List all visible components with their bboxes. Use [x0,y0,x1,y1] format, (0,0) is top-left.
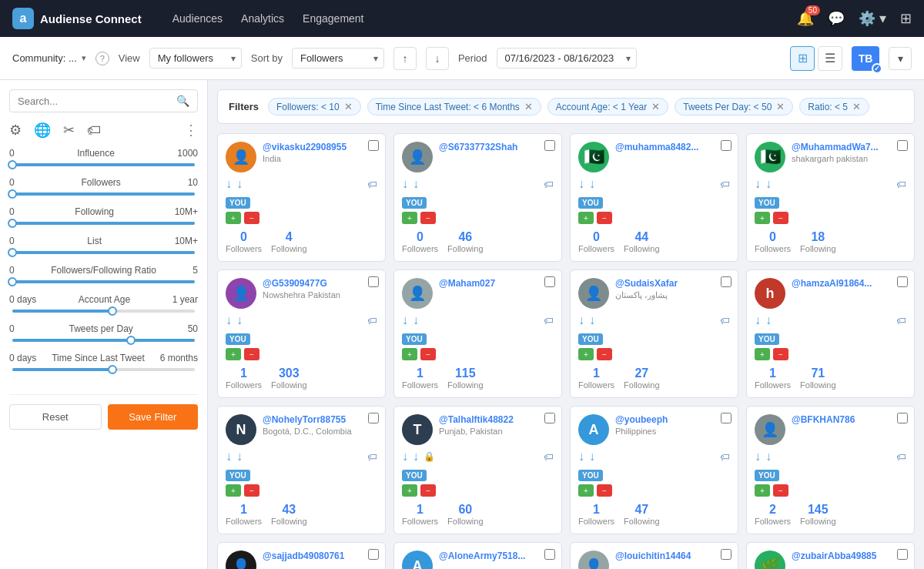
sort-asc-button[interactable]: ↑ [393,47,417,70]
unfollow-icon-6[interactable]: ↓ [589,313,595,327]
follow-icon-5[interactable]: ↓ [402,313,408,327]
card-username-14[interactable]: @louichitin14464 [615,551,730,561]
card-checkbox-4[interactable] [368,276,379,287]
period-select[interactable]: 07/16/2023 - 08/16/2023 [497,48,637,69]
follow-icon-11[interactable]: ↓ [755,450,761,464]
slider-track-1[interactable] [12,192,195,196]
follow-icon-3[interactable]: ↓ [755,177,761,191]
minus-button-0[interactable]: − [244,212,259,224]
card-checkbox-12[interactable] [368,549,379,560]
card-username-2[interactable]: @muhamma8482... [615,142,730,152]
minus-button-3[interactable]: − [773,212,788,224]
reset-button[interactable]: Reset [9,404,102,430]
slider-thumb-3[interactable] [8,248,17,257]
minus-button-9[interactable]: − [420,484,436,497]
search-input[interactable] [18,95,172,107]
unfollow-icon-1[interactable]: ↓ [413,177,419,191]
chip-remove-3[interactable]: ✕ [776,101,785,112]
info-icon[interactable]: ? [95,52,109,65]
card-checkbox-5[interactable] [544,276,555,287]
nav-audiences[interactable]: Audiences [172,12,223,25]
card-checkbox-6[interactable] [721,276,732,287]
card-checkbox-2[interactable] [721,140,732,151]
follow-icon-9[interactable]: ↓ [402,450,408,464]
plus-button-3[interactable]: + [755,212,770,224]
tb-button[interactable]: TB ✓ [852,46,879,71]
card-checkbox-11[interactable] [897,413,908,423]
globe-icon[interactable]: 🌐 [34,122,51,139]
chip-remove-4[interactable]: ✕ [852,101,861,112]
card-checkbox-1[interactable] [544,140,555,151]
card-username-8[interactable]: @NohelyTorr88755 [263,414,377,425]
card-username-9[interactable]: @Talhalftik48822 [439,414,554,425]
minus-button-6[interactable]: − [597,348,612,360]
chip-remove-1[interactable]: ✕ [524,101,533,112]
follow-icon-7[interactable]: ↓ [755,313,761,327]
settings-icon[interactable]: ⚙️ ▾ [859,10,886,27]
follow-icon-1[interactable]: ↓ [402,177,408,191]
card-username-6[interactable]: @SudaisXafar [615,278,730,289]
card-checkbox-7[interactable] [897,276,908,287]
unfollow-icon-2[interactable]: ↓ [589,177,595,191]
tag-icon-3[interactable]: 🏷 [896,179,906,190]
tag-icon-0[interactable]: 🏷 [367,179,377,190]
plus-button-8[interactable]: + [226,484,241,497]
follow-icon-2[interactable]: ↓ [578,177,584,191]
chip-remove-2[interactable]: ✕ [651,101,660,112]
notifications-icon[interactable]: 🔔 50 [797,10,814,27]
more-options-button[interactable]: ▾ [889,47,912,70]
minus-button-7[interactable]: − [773,348,788,360]
slider-thumb-2[interactable] [8,219,17,228]
tag-icon-7[interactable]: 🏷 [896,315,906,326]
card-checkbox-3[interactable] [897,140,908,151]
unfollow-icon-11[interactable]: ↓ [765,450,772,464]
follow-icon-6[interactable]: ↓ [578,313,584,327]
plus-button-2[interactable]: + [578,212,594,224]
slider-thumb-4[interactable] [8,277,17,286]
tag-icon-4[interactable]: 🏷 [367,315,377,326]
unfollow-icon-5[interactable]: ↓ [413,313,419,327]
slider-thumb-1[interactable] [8,189,17,199]
list-view-button[interactable]: ☰ [818,46,842,71]
slider-track-5[interactable] [12,310,195,313]
plus-button-11[interactable]: + [755,484,770,497]
plus-button-5[interactable]: + [402,348,417,360]
slider-thumb-0[interactable] [8,160,17,169]
chip-remove-0[interactable]: ✕ [344,101,353,112]
slider-thumb-6[interactable] [126,336,136,345]
slider-track-0[interactable] [12,163,195,166]
unfollow-icon-7[interactable]: ↓ [765,313,772,327]
slider-thumb-5[interactable] [108,306,117,316]
nav-analytics[interactable]: Analytics [241,12,284,25]
unfollow-icon-3[interactable]: ↓ [765,177,772,191]
unfollow-icon-0[interactable]: ↓ [236,177,243,191]
tag-icon-8[interactable]: 🏷 [367,451,377,463]
tag-icon[interactable]: 🏷 [87,122,101,139]
card-username-1[interactable]: @S67337732Shah [439,142,554,152]
minus-button-5[interactable]: − [420,348,436,360]
card-username-4[interactable]: @G53909477G [263,278,377,289]
card-checkbox-10[interactable] [721,413,732,423]
slider-track-7[interactable] [12,368,195,371]
unfollow-icon-10[interactable]: ↓ [589,450,595,464]
plus-button-1[interactable]: + [402,212,417,224]
save-filter-button[interactable]: Save Filter [108,404,199,430]
minus-button-4[interactable]: − [244,348,259,360]
tag-icon-6[interactable]: 🏷 [720,315,730,326]
minus-button-1[interactable]: − [420,212,436,224]
tag-icon-10[interactable]: 🏷 [720,451,730,463]
plus-button-10[interactable]: + [578,484,594,497]
card-checkbox-13[interactable] [544,549,555,560]
follow-icon-4[interactable]: ↓ [226,313,232,327]
sort-select[interactable]: Followers [292,48,384,69]
card-username-3[interactable]: @MuhammadWa7... [792,142,906,152]
tag-icon-2[interactable]: 🏷 [720,179,730,190]
grid-view-button[interactable]: ⊞ [790,46,815,71]
card-username-11[interactable]: @BFKHAN786 [792,414,906,425]
scissors-icon[interactable]: ✂ [63,122,75,139]
plus-button-9[interactable]: + [402,484,417,497]
follow-icon-0[interactable]: ↓ [226,177,232,191]
card-username-12[interactable]: @sajjadb49080761 [263,551,377,561]
minus-button-8[interactable]: − [244,484,259,497]
card-checkbox-8[interactable] [368,413,379,423]
